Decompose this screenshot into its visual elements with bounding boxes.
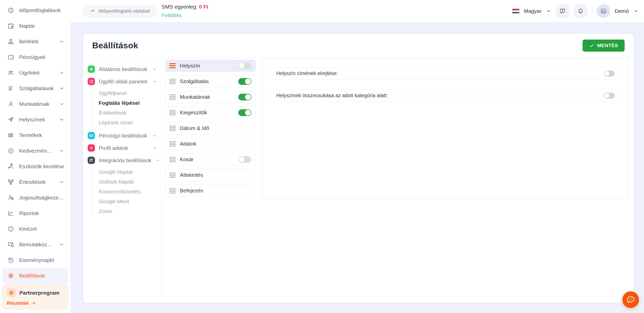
hungarian-flag-icon xyxy=(512,9,519,14)
drag-handle-icon[interactable] xyxy=(169,157,176,162)
sidebar-item-label: Termékek xyxy=(19,132,42,138)
step-row-szolgaltatas[interactable]: Szolgáltatás xyxy=(165,75,256,87)
notifications-button[interactable] xyxy=(574,4,587,18)
chevron-down-icon xyxy=(59,148,64,154)
subnav-item-google-meet[interactable]: Google Meet xyxy=(91,196,157,206)
option-toggle[interactable] xyxy=(604,93,615,99)
sms-balance-value: 0 Ft xyxy=(199,4,208,10)
subnav-item-lepesek-cimei[interactable]: Lépések címei xyxy=(91,118,157,127)
subnav-item-outlook-naptar[interactable]: Outlook Naptár xyxy=(91,177,157,187)
settings-card-header: Beállítások MENTÉS xyxy=(83,34,634,57)
sidebar-item-label: Szolgáltatások xyxy=(19,85,54,91)
sidebar-item-naptar[interactable]: Naptár xyxy=(3,18,68,34)
sidebar-item-ertesitesek[interactable]: Értesítések xyxy=(3,174,68,190)
step-row-adatok[interactable]: Adatok xyxy=(165,138,256,150)
option-row-hide-location-address: Helyszín címének elrejtése: xyxy=(270,67,621,80)
drag-handle-icon[interactable] xyxy=(169,94,176,100)
settings-group-integracios[interactable]: Integrációs beállítások xyxy=(88,154,157,166)
drag-handle-icon[interactable] xyxy=(169,126,176,131)
sidebar-item-munkatarsak[interactable]: Munkatársak xyxy=(3,96,68,112)
chevron-down-icon xyxy=(59,117,64,122)
sidebar-item-jogosultsagkezeles[interactable]: Jogosultságkezelés xyxy=(3,190,68,205)
subnav-item-zoom[interactable]: Zoom xyxy=(91,206,157,216)
step-toggle[interactable] xyxy=(238,109,251,116)
chevron-down-icon xyxy=(59,242,64,247)
help-button[interactable] xyxy=(556,4,569,18)
settings-group-ugyfel-oldali-panelek[interactable]: Ügyfél oldali panelek xyxy=(88,75,157,88)
sidebar-item-bemutatkozo-oldal[interactable]: Bemutatkozó oldal xyxy=(3,237,68,252)
card-icon xyxy=(88,132,95,139)
settings-group-profil-adatok[interactable]: Profil adatok xyxy=(88,142,157,154)
settings-group-altalanos[interactable]: Általános beállítások xyxy=(88,63,157,75)
sidebar-item-helyszinek[interactable]: Helyszínek xyxy=(3,112,68,127)
palette-icon xyxy=(8,226,14,232)
share-icon xyxy=(90,8,95,14)
subnav-item-foglalas-lepesei[interactable]: Foglalás lépései xyxy=(91,98,157,108)
topup-link[interactable]: Feltöltés xyxy=(162,11,209,20)
step-row-helyszin[interactable]: Helyszín xyxy=(165,60,256,72)
sidebar-item-label: Munkatársak xyxy=(19,101,49,107)
drag-handle-icon[interactable] xyxy=(169,63,176,68)
step-toggle[interactable] xyxy=(238,94,251,100)
sidebar-item-label: Eszközök kezelése xyxy=(19,163,64,169)
chevron-down-icon xyxy=(59,101,64,107)
sidebar-item-penzugyek[interactable]: Pénzügyek xyxy=(3,49,68,65)
subnav-item-ugyfelpanel[interactable]: Ügyfélpanel xyxy=(91,88,157,98)
step-row-datum-ido[interactable]: Dátum & Idő xyxy=(165,122,256,134)
step-toggle[interactable] xyxy=(238,78,251,85)
step-row-munkatarsak[interactable]: Munkatársak xyxy=(165,91,256,103)
sidebar-item-idopontfoglalasok[interactable]: Időpontfoglalások xyxy=(3,3,68,18)
arrow-right-icon xyxy=(31,301,36,306)
step-toggle[interactable] xyxy=(238,156,251,163)
sidebar-item-ugyfelek[interactable]: Ügyfelek xyxy=(3,65,68,81)
partner-details-link[interactable]: Részletek xyxy=(7,300,64,306)
sidebar-item-berletek[interactable]: Bérletek xyxy=(3,34,68,49)
save-button[interactable]: MENTÉS xyxy=(583,40,625,52)
sidebar-item-beallitasok[interactable]: Beállítások xyxy=(3,268,68,284)
step-row-befejezes[interactable]: Befejezés xyxy=(165,185,256,197)
sidebar-item-eszkozok-kezelese[interactable]: Eszközök kezelése xyxy=(3,159,68,174)
drag-handle-icon[interactable] xyxy=(169,188,176,193)
option-toggle[interactable] xyxy=(604,71,615,77)
step-toggle[interactable] xyxy=(238,62,251,69)
language-selector[interactable]: Magyar xyxy=(524,8,541,14)
chevron-down-icon[interactable] xyxy=(633,9,638,14)
chat-support-button[interactable] xyxy=(622,291,639,308)
settings-card: Beállítások MENTÉS Általános beállítások… xyxy=(83,34,634,303)
drag-handle-icon[interactable] xyxy=(169,110,176,115)
step-row-kosar[interactable]: Kosár xyxy=(165,153,256,165)
partner-program-card[interactable]: Partnerprogram Részletek xyxy=(3,285,68,309)
sidebar-item-label: Jogosultságkezelés xyxy=(19,195,64,201)
avatar[interactable] xyxy=(597,4,610,18)
sidebar-item-label: Kinézet xyxy=(19,226,37,232)
step-row-attekintes[interactable]: Áttekintés xyxy=(165,169,256,181)
drag-handle-icon[interactable] xyxy=(169,141,176,147)
sidebar-item-esemenynaplo[interactable]: Eseménynapló xyxy=(3,252,68,268)
chevron-up-icon xyxy=(152,79,157,84)
sidebar-item-riportok[interactable]: Riportok xyxy=(3,205,68,221)
sidebar-item-termekek[interactable]: Termékek xyxy=(3,127,68,143)
sms-balance: SMS egyenleg: 0 Ft xyxy=(162,3,209,11)
chevron-down-icon[interactable] xyxy=(546,9,551,14)
integrations-grid-icon xyxy=(88,157,95,164)
sidebar-item-szolgaltatasok[interactable]: Szolgáltatások xyxy=(3,81,68,96)
content-area: Beállítások MENTÉS Általános beállítások… xyxy=(71,22,644,313)
subnav-item-konverziokovetes[interactable]: Konverziókövetés xyxy=(91,187,157,196)
clock-icon xyxy=(8,7,14,14)
wallet-icon xyxy=(8,54,14,60)
tools-icon xyxy=(8,163,14,170)
sidebar-item-kedvezmenyek[interactable]: Kedvezmények xyxy=(3,143,68,159)
sidebar-item-label: Riportok xyxy=(19,210,39,216)
user-menu[interactable]: Demó xyxy=(615,8,629,14)
topbar: Időpontfoglaló oldalad SMS egyenleg: 0 F… xyxy=(71,0,644,22)
chevron-down-icon xyxy=(59,39,64,44)
drag-handle-icon[interactable] xyxy=(169,172,176,178)
subnav-item-ertekelesek[interactable]: Értékelések xyxy=(91,108,157,118)
chevron-down-icon xyxy=(152,146,157,151)
settings-group-penzugyi[interactable]: Pénzügyi beállítások xyxy=(88,129,157,142)
booking-page-button[interactable]: Időpontfoglaló oldalad xyxy=(83,5,157,17)
step-row-kiegeszitok[interactable]: Kiegészítők xyxy=(165,107,256,119)
subnav-item-google-naptar[interactable]: Google Naptár xyxy=(91,167,157,177)
drag-handle-icon[interactable] xyxy=(169,79,176,84)
sidebar-item-kinezet[interactable]: Kinézet xyxy=(3,221,68,237)
